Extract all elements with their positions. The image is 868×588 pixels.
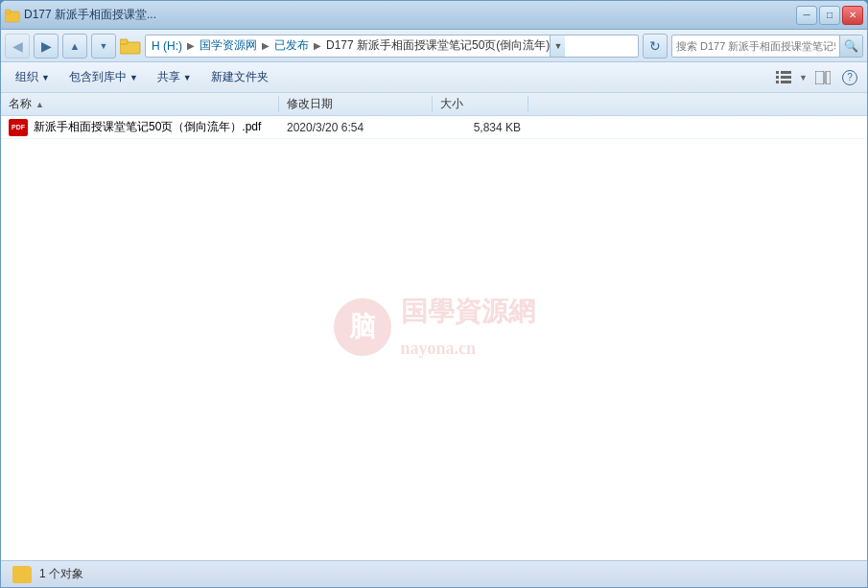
help-icon: ? [842,70,857,85]
back-button[interactable]: ◀ [5,34,30,59]
search-bar: 🔍 [671,35,863,58]
watermark-text: 国學資源網 nayona.cn [401,294,535,361]
breadcrumb-h[interactable]: H (H:) [152,39,182,53]
title-controls: ─ □ ✕ [796,6,863,25]
file-size: 5,834 KB [474,121,521,134]
svg-rect-11 [826,71,831,84]
col-size-header[interactable]: 大小 [433,96,528,112]
status-folder-icon [12,566,32,583]
column-header: 名称 ▲ 修改日期 大小 [1,93,867,116]
preview-icon [815,71,831,84]
toolbar-right: ▼ ? [772,66,861,89]
up-button[interactable]: ▲ [62,34,87,59]
view-details-icon [776,71,791,84]
window-title: D177 新派手相面授课堂... [24,7,156,23]
file-date-cell: 2020/3/20 6:54 [279,121,433,134]
nav-bar: ◀ ▶ ▲ ▼ H (H:) ▶ 国学资源网 ▶ 已发布 ▶ D177 新派手相… [1,30,867,62]
watermark-logo: 脑 [334,298,391,356]
recent-button[interactable]: ▼ [91,34,116,59]
watermark-domain: nayona.cn [401,339,477,358]
svg-rect-6 [776,76,779,79]
help-button[interactable]: ? [838,66,861,89]
window-icon [5,8,20,23]
col-date-header[interactable]: 修改日期 [279,96,433,112]
forward-button[interactable]: ▶ [34,34,59,59]
file-size-cell: 5,834 KB [433,121,528,134]
file-date: 2020/3/20 6:54 [287,121,364,134]
file-pane: 名称 ▲ 修改日期 大小 PDF 新派手相面授课堂笔记50页（倒向流年）.pdf… [1,93,867,560]
view-sep: ▼ [799,73,808,82]
col-size-label: 大小 [440,97,463,110]
new-folder-label: 新建文件夹 [211,69,269,85]
minimize-button[interactable]: ─ [796,6,817,25]
toolbar: 组织 ▼ 包含到库中 ▼ 共享 ▼ 新建文件夹 [1,62,867,93]
refresh-button[interactable]: ↻ [643,34,668,59]
pdf-icon: PDF [9,119,28,136]
breadcrumb-yf[interactable]: 已发布 [274,37,309,54]
svg-rect-1 [5,10,11,13]
svg-rect-7 [781,76,791,79]
include-library-button[interactable]: 包含到库中 ▼ [60,65,147,90]
include-arrow: ▼ [129,73,138,82]
new-folder-button[interactable]: 新建文件夹 [202,65,277,90]
watermark: 脑 国學資源網 nayona.cn [334,294,535,361]
breadcrumb-bar[interactable]: H (H:) ▶ 国学资源网 ▶ 已发布 ▶ D177 新派手相面授课堂笔记50… [145,35,639,58]
maximize-button[interactable]: □ [819,6,840,25]
breadcrumb-dropdown[interactable]: ▼ [550,35,565,58]
svg-rect-5 [781,71,791,74]
organize-label: 组织 [15,69,38,85]
search-input[interactable] [672,40,839,52]
svg-rect-4 [776,71,779,74]
share-label: 共享 [157,69,180,85]
status-text: 1 个对象 [39,566,83,582]
svg-rect-8 [776,81,779,83]
watermark-logo-char: 脑 [349,309,376,345]
close-button[interactable]: ✕ [842,6,863,25]
col-name-header[interactable]: 名称 ▲ [1,96,279,112]
include-label: 包含到库中 [69,69,127,85]
breadcrumb-gx[interactable]: 国学资源网 [199,37,257,54]
svg-rect-9 [781,81,791,83]
file-name-cell: PDF 新派手相面授课堂笔记50页（倒向流年）.pdf [1,119,279,136]
nav-folder-icon [120,35,141,57]
file-name: 新派手相面授课堂笔记50页（倒向流年）.pdf [34,119,261,135]
breadcrumb: H (H:) ▶ 国学资源网 ▶ 已发布 ▶ D177 新派手相面授课堂笔记50… [152,37,550,54]
share-arrow: ▼ [183,73,192,82]
explorer-window: D177 新派手相面授课堂... ─ □ ✕ ◀ ▶ ▲ ▼ H (H:) ▶ … [0,0,868,588]
title-bar: D177 新派手相面授课堂... ─ □ ✕ [1,1,867,30]
share-button[interactable]: 共享 ▼ [149,65,200,90]
preview-pane-button[interactable] [811,66,834,89]
organize-button[interactable]: 组织 ▼ [7,65,59,90]
col-date-label: 修改日期 [287,97,333,110]
svg-rect-3 [120,39,128,44]
view-details-button[interactable] [772,66,795,89]
status-bar: 1 个对象 [1,560,867,587]
search-icon[interactable]: 🔍 [839,35,862,58]
organize-arrow: ▼ [41,73,50,82]
title-bar-left: D177 新派手相面授课堂... [5,7,156,23]
sort-arrow-name: ▲ [35,100,44,109]
col-name-label: 名称 [9,96,32,112]
table-row[interactable]: PDF 新派手相面授课堂笔记50页（倒向流年）.pdf 2020/3/20 6:… [1,116,867,139]
watermark-site: 国學資源網 [401,296,535,326]
svg-rect-10 [815,71,824,84]
breadcrumb-current: D177 新派手相面授课堂笔记50页(倒向流年) [326,37,550,54]
